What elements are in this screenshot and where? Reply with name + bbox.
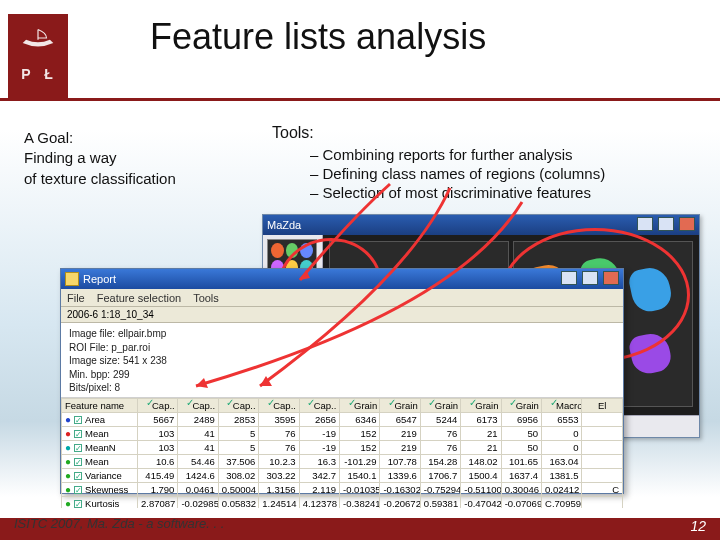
slide-title: Feature lists analysis [150,16,486,58]
column-header[interactable]: Grain [501,398,541,412]
close-button[interactable] [679,217,695,231]
report-subheader: 2006-6 1:18_10_34 [61,307,623,323]
report-window: Report File Feature selection Tools 2006… [60,268,624,494]
info-line: Bits/pixel: 8 [69,381,615,395]
table-row[interactable]: ●✓Mean10341576-191522197621500 [62,426,623,440]
column-header[interactable]: El [582,398,623,412]
report-info: Image file: ellpair.bmp ROI File: p_par.… [61,323,623,398]
column-header[interactable]: Grain [461,398,501,412]
menu-feature-selection[interactable]: Feature selection [97,292,181,304]
column-header[interactable]: Cap.. [299,398,339,412]
report-icon [65,272,79,286]
minimize-button[interactable] [637,217,653,231]
logo-letters: P Ł [21,66,54,82]
tools-item: Defining class names of regions (columns… [310,165,605,182]
boat-icon [21,27,55,53]
maximize-button[interactable] [658,217,674,231]
page-number: 12 [690,518,706,534]
close-button[interactable] [603,271,619,285]
header-rule [0,98,720,101]
info-line: Image file: ellpair.bmp [69,327,615,341]
table-row[interactable]: ●✓MeanN10341576-191522197621500 [62,440,623,454]
column-header[interactable]: Cap.. [259,398,299,412]
report-table-wrap[interactable]: Feature nameCap..Cap..Cap..Cap..Cap..Gra… [61,398,623,508]
info-line: ROI File: p_par.roi [69,341,615,355]
column-header[interactable]: Feature name [62,398,138,412]
table-row[interactable]: ●✓Mean10.654.4637.50610.2.316.3-101.2910… [62,454,623,468]
column-header[interactable]: Cap.. [178,398,218,412]
goal-line-1: Finding a way [24,148,254,168]
goal-block: A Goal: Finding a way of texture classif… [24,128,254,189]
table-row[interactable]: ●✓Skewness1.7900.04610.500041.31562.119-… [62,482,623,496]
slide: P Ł Feature lists analysis A Goal: Findi… [0,0,720,540]
info-line: Image size: 541 x 238 [69,354,615,368]
goal-line-2: of texture classification [24,169,254,189]
table-row[interactable]: ●✓Area5667248928533595265663466547524461… [62,412,623,426]
tools-label: Tools: [272,124,314,142]
maximize-button[interactable] [582,271,598,285]
report-table[interactable]: Feature nameCap..Cap..Cap..Cap..Cap..Gra… [61,398,623,508]
university-logo: P Ł [8,14,68,98]
column-header[interactable]: Cap.. [138,398,178,412]
info-line: Min. bpp: 299 [69,368,615,382]
window-controls[interactable] [635,217,695,233]
column-header[interactable]: Macro.. [542,398,582,412]
column-header[interactable]: Grain [380,398,420,412]
table-row[interactable]: ●✓Variance415.491424.6308.02303.22342.71… [62,468,623,482]
mazda-titlebar[interactable]: MaZda [263,215,699,235]
tools-list: Combining reports for further analysis D… [310,146,605,203]
table-row[interactable]: ●✓Kurtosis2.87087-0.0298560.058321.24514… [62,496,623,508]
tools-item: Selection of most discriminative feature… [310,184,605,201]
footer-text: ISITC 2007, Ma. Zda - a software. . . [14,516,224,537]
mazda-title: MaZda [267,219,301,231]
goal-label: A Goal: [24,128,254,148]
menu-file[interactable]: File [67,292,85,304]
footer: ISITC 2007, Ma. Zda - a software. . . 12 [0,514,720,540]
report-title: Report [83,273,116,285]
report-titlebar[interactable]: Report [61,269,623,289]
column-header[interactable]: Grain [420,398,460,412]
column-header[interactable]: Cap.. [218,398,258,412]
column-header[interactable]: Grain [340,398,380,412]
minimize-button[interactable] [561,271,577,285]
report-menubar[interactable]: File Feature selection Tools [61,289,623,307]
header: P Ł Feature lists analysis [0,6,720,102]
window-controls[interactable] [559,271,619,287]
tools-item: Combining reports for further analysis [310,146,605,163]
menu-tools[interactable]: Tools [193,292,219,304]
